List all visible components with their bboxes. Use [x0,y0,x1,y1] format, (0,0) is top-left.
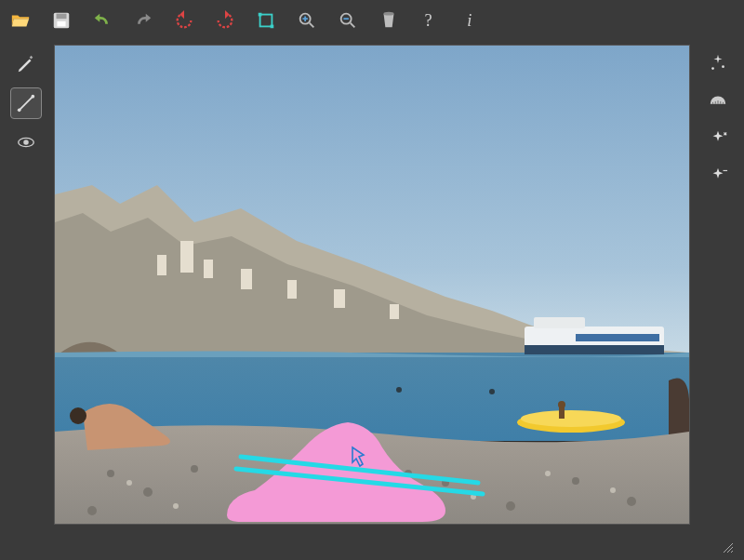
right-toolbar [699,48,737,190]
redo-button[interactable] [130,7,156,33]
zoom-in-button[interactable] [294,7,320,33]
brush-tool[interactable] [10,48,42,80]
svg-point-49 [126,480,132,486]
protractor-icon [708,90,728,111]
svg-point-8 [384,12,394,16]
svg-point-34 [558,401,565,408]
open-button[interactable] [7,7,33,33]
svg-point-39 [191,465,198,473]
svg-point-46 [627,497,636,506]
svg-text:i: i [467,11,472,30]
svg-point-35 [396,387,402,393]
save-icon [51,10,72,31]
line-tool-icon [16,93,36,113]
svg-point-12 [18,109,21,113]
crop-icon [256,10,276,31]
zoom-out-button[interactable] [335,7,361,33]
svg-rect-23 [287,280,297,299]
svg-point-45 [572,477,579,485]
svg-point-36 [489,389,495,394]
canvas-frame [54,45,690,525]
zoom-in-icon [297,10,317,31]
help-button[interactable]: ? [417,7,443,33]
line-tool[interactable] [10,87,42,119]
undo-button[interactable] [89,7,115,33]
svg-rect-21 [204,260,213,278]
photo-content [55,46,689,524]
svg-rect-5 [271,25,274,29]
rotate-ccw-icon [174,10,194,31]
left-toolbar [7,48,45,158]
redeye-tool[interactable] [10,127,42,158]
contrast-button[interactable] [703,123,733,153]
top-toolbar: ? i [7,4,484,37]
sparkle-icon [708,53,728,73]
svg-point-37 [107,470,114,477]
svg-point-55 [610,487,616,493]
svg-point-16 [711,67,714,70]
svg-point-17 [722,65,724,68]
svg-rect-22 [241,269,252,289]
svg-rect-24 [334,289,345,308]
svg-point-54 [545,471,551,476]
svg-point-15 [23,140,29,145]
canvas[interactable] [55,46,689,524]
svg-point-32 [521,410,621,427]
brightness-button[interactable] [703,160,733,190]
zoom-out-icon [338,10,358,31]
svg-rect-30 [534,317,585,328]
info-icon: i [460,10,481,31]
help-icon: ? [419,10,440,31]
rotate-cw-button[interactable] [212,7,238,33]
redo-icon [133,10,153,31]
svg-point-13 [32,95,35,99]
svg-rect-1 [57,14,67,20]
svg-rect-2 [57,21,65,26]
contrast-icon [708,127,728,148]
svg-rect-33 [559,407,565,419]
svg-rect-28 [525,345,664,354]
effects-button[interactable] [703,48,733,78]
svg-text:?: ? [425,11,432,30]
rotate-ccw-button[interactable] [171,7,197,33]
svg-rect-4 [259,13,262,17]
svg-point-47 [87,506,97,515]
rotate-cw-icon [215,10,235,31]
info-button[interactable]: i [458,7,484,33]
svg-line-11 [20,97,33,111]
brightness-icon [708,165,728,185]
pencil-icon [16,54,36,74]
fill-button[interactable] [376,7,402,33]
save-button[interactable] [48,7,74,33]
redeye-icon [16,132,36,153]
svg-rect-20 [180,241,193,273]
svg-rect-29 [576,334,659,341]
svg-point-44 [506,501,515,511]
svg-rect-3 [260,15,272,27]
svg-point-56 [70,407,86,424]
svg-rect-25 [390,304,399,319]
crop-button[interactable] [253,7,279,33]
svg-rect-19 [157,255,166,275]
undo-icon [92,10,113,31]
bucket-icon [379,10,399,31]
resize-grip-icon [722,541,735,554]
svg-point-50 [173,503,179,509]
svg-point-38 [143,487,153,497]
straighten-button[interactable] [703,86,733,115]
folder-open-icon [10,10,31,31]
